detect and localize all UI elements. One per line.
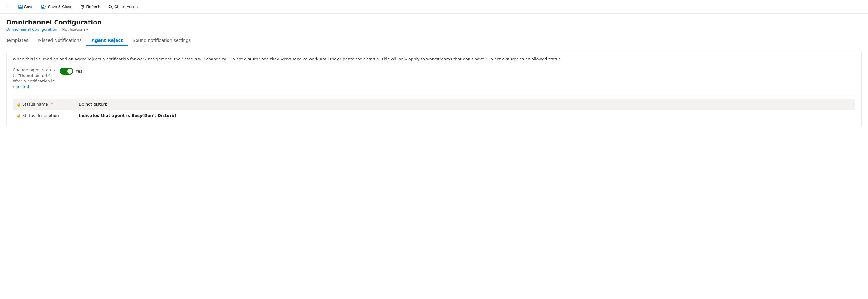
toggle-control: Yes [60,68,82,75]
breadcrumb-current: Notifications ▾ [62,27,88,32]
save-label: Save [24,4,33,9]
table-row: 🔒 Status description Indicates that agen… [13,110,855,121]
svg-rect-5 [43,5,44,6]
lock-icon: 🔒 [17,102,21,106]
status-description-label-cell: 🔒 Status description [13,110,75,121]
breadcrumb: Omnichannel Configuration · Notification… [6,27,862,32]
svg-rect-4 [42,7,44,8]
save-button[interactable]: Save [15,3,37,10]
save-icon [18,5,23,9]
info-card: When this is turned on and an agent reje… [6,51,862,126]
toggle-row: Change agent status to "Do not disturb" … [13,67,855,95]
required-indicator: * [51,102,53,107]
tab-agent-reject[interactable]: Agent Reject [86,35,128,46]
tab-templates[interactable]: Templates [6,35,33,46]
info-description: When this is turned on and an agent reje… [13,56,855,62]
save-close-icon [41,5,46,9]
toolbar: ← Save Save & Close Refresh Check A [0,0,868,13]
save-close-label: Save & Close [48,4,72,9]
status-table: 🔒 Status name * Do not disturb 🔒 Status … [13,98,855,121]
status-name-value-cell: Do not disturb [75,99,855,110]
save-close-button[interactable]: Save & Close [38,3,76,10]
lock-icon: 🔒 [17,113,21,117]
toggle-track [60,68,73,75]
page-header: Omnichannel Configuration Omnichannel Co… [0,13,868,32]
check-access-label: Check Access [114,4,140,9]
page-title: Omnichannel Configuration [6,19,862,26]
status-description-value-cell: Indicates that agent is Busy(Don't Distu… [75,110,855,121]
check-access-icon [108,5,113,9]
refresh-button[interactable]: Refresh [77,3,104,10]
toggle-thumb [67,69,72,74]
toggle-switch[interactable] [60,68,73,75]
toggle-value-label: Yes [76,69,82,73]
refresh-label: Refresh [86,4,100,9]
svg-rect-2 [20,5,21,6]
main-content: When this is turned on and an agent reje… [0,46,868,131]
tab-sound-notification[interactable]: Sound notification settings [128,35,196,46]
breadcrumb-parent-link[interactable]: Omnichannel Configuration [6,27,57,32]
status-name-label-cell: 🔒 Status name * [13,99,75,110]
table-row: 🔒 Status name * Do not disturb [13,99,855,110]
back-button[interactable]: ← [4,2,13,12]
svg-line-9 [111,7,113,9]
svg-rect-1 [19,7,22,8]
breadcrumb-separator: · [59,27,60,32]
refresh-icon [80,5,85,9]
tabs-bar: Templates Missed Notifications Agent Rej… [0,35,868,46]
toggle-label: Change agent status to "Do not disturb" … [13,67,55,90]
breadcrumb-chevron-icon: ▾ [86,28,88,31]
tab-missed-notifications[interactable]: Missed Notifications [33,35,86,46]
check-access-button[interactable]: Check Access [105,3,143,10]
